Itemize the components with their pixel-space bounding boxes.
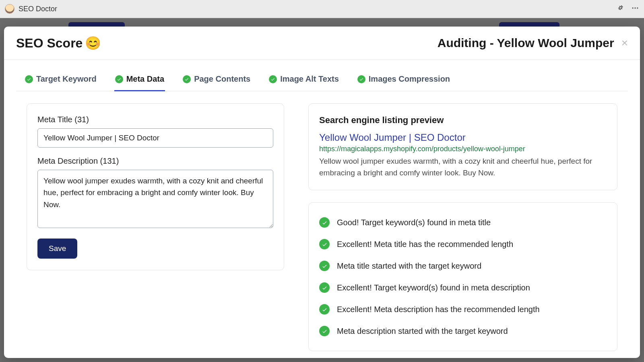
check-icon <box>319 326 330 336</box>
tab-meta-data[interactable]: Meta Data <box>114 69 165 91</box>
check-text: Meta description started with the target… <box>337 327 508 336</box>
save-button[interactable]: Save <box>37 239 77 259</box>
meta-title-input[interactable] <box>37 128 273 148</box>
smile-emoji-icon: 😊 <box>85 35 101 51</box>
check-icon <box>269 75 277 83</box>
checks-card: Good! Target keyword(s) found in meta ti… <box>308 202 617 351</box>
check-icon <box>357 75 365 83</box>
modal-body: Meta Title (31) Meta Description (131) S… <box>4 91 640 358</box>
more-icon[interactable] <box>631 4 639 14</box>
serp-preview-card: Search engine listing preview Yellow Woo… <box>308 103 617 190</box>
check-icon <box>319 261 330 271</box>
right-column: Search engine listing preview Yellow Woo… <box>308 103 617 346</box>
topbar-left: SEO Doctor <box>5 4 57 14</box>
meta-description-label: Meta Description (131) <box>37 156 273 166</box>
svg-point-0 <box>632 7 634 8</box>
tab-page-contents[interactable]: Page Contents <box>182 69 251 91</box>
meta-description-textarea[interactable] <box>37 170 273 228</box>
check-row: Meta title started with the target keywo… <box>319 255 607 277</box>
tab-images-compression[interactable]: Images Compression <box>357 69 451 91</box>
tab-label: Page Contents <box>194 74 250 84</box>
check-row: Good! Target keyword(s) found in meta ti… <box>319 212 607 233</box>
check-icon <box>25 75 33 83</box>
preview-heading: Search engine listing preview <box>319 115 607 125</box>
close-icon[interactable]: × <box>621 37 628 49</box>
tab-label: Image Alt Texts <box>280 74 339 84</box>
check-text: Excellent! Target keyword(s) found in me… <box>337 283 530 292</box>
app-logo-icon <box>5 4 14 14</box>
svg-point-2 <box>637 7 638 8</box>
serp-url: https://magicalapps.myshopify.com/produc… <box>319 145 607 153</box>
check-icon <box>319 239 330 249</box>
modal-header-right: Auditing - Yellow Wool Jumper × <box>438 36 628 50</box>
check-row: Excellent! Meta description has the reco… <box>319 298 607 320</box>
tab-target-keyword[interactable]: Target Keyword <box>24 69 97 91</box>
tabs: Target KeywordMeta DataPage ContentsImag… <box>16 69 628 91</box>
serp-title: Yellow Wool Jumper | SEO Doctor <box>319 132 607 143</box>
score-title-text: SEO Score <box>16 36 83 51</box>
tab-label: Images Compression <box>369 74 450 84</box>
pin-icon[interactable] <box>617 4 624 13</box>
app-name: SEO Doctor <box>19 5 57 13</box>
auditing-title: Auditing - Yellow Wool Jumper <box>438 36 614 50</box>
meta-data-form-card: Meta Title (31) Meta Description (131) S… <box>27 103 284 270</box>
seo-score-title: SEO Score 😊 <box>16 35 101 51</box>
meta-title-label: Meta Title (31) <box>37 115 273 124</box>
check-icon <box>319 282 330 293</box>
tab-image-alt-texts[interactable]: Image Alt Texts <box>268 69 340 91</box>
check-icon <box>115 75 123 83</box>
check-row: Meta description started with the target… <box>319 320 607 342</box>
left-column: Meta Title (31) Meta Description (131) S… <box>27 103 284 346</box>
check-icon <box>319 217 330 228</box>
check-row: Excellent! Target keyword(s) found in me… <box>319 277 607 298</box>
check-text: Meta title started with the target keywo… <box>337 261 481 271</box>
topbar-right <box>617 4 639 14</box>
check-row: Excellent! Meta title has the recommende… <box>319 233 607 255</box>
tab-label: Meta Data <box>126 74 164 84</box>
modal-header: SEO Score 😊 Auditing - Yellow Wool Jumpe… <box>4 27 640 60</box>
svg-point-1 <box>634 7 636 8</box>
top-bar: SEO Doctor <box>0 0 644 18</box>
serp-description: Yellow wool jumper exudes warmth, with a… <box>319 156 607 179</box>
seo-audit-modal: SEO Score 😊 Auditing - Yellow Wool Jumpe… <box>4 27 640 358</box>
check-text: Excellent! Meta title has the recommende… <box>337 240 513 249</box>
check-text: Good! Target keyword(s) found in meta ti… <box>337 218 491 227</box>
tab-label: Target Keyword <box>36 74 97 84</box>
check-text: Excellent! Meta description has the reco… <box>337 305 540 314</box>
check-icon <box>183 75 191 83</box>
check-icon <box>319 304 330 315</box>
